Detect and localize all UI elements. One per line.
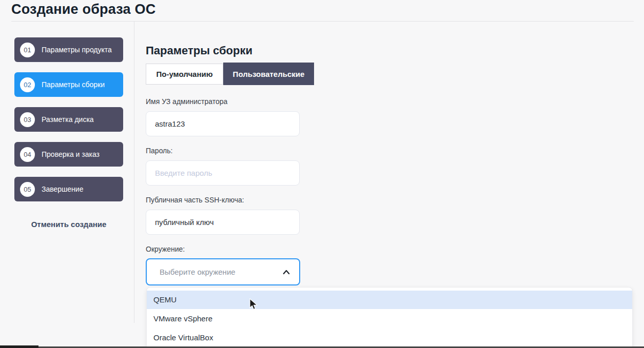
step-number-badge: 05 [20, 182, 35, 197]
tab-custom[interactable]: Пользовательские [223, 63, 314, 85]
sidebar-step-finish[interactable]: 05 Завершение [14, 177, 123, 201]
step-number-badge: 02 [20, 77, 35, 92]
option-qemu[interactable]: QEMU [147, 291, 632, 309]
step-label: Завершение [42, 185, 83, 193]
sidebar-step-product-params[interactable]: 01 Параметры продукта [14, 37, 123, 62]
admin-name-input[interactable] [146, 111, 300, 136]
chevron-up-icon[interactable] [282, 268, 291, 277]
sidebar-step-disk-layout[interactable]: 03 Разметка диска [14, 107, 123, 132]
section-title: Параметры сборки [146, 44, 314, 57]
environment-field-group: Окружение: Выберите окружение [146, 245, 314, 285]
sidebar-step-review-order[interactable]: 04 Проверка и заказ [14, 142, 123, 167]
environment-select-placeholder: Выберите окружение [160, 268, 236, 276]
step-label: Разметка диска [42, 115, 94, 124]
wizard-sidebar: 01 Параметры продукта 02 Параметры сборк… [0, 22, 134, 323]
step-label: Проверка и заказ [42, 150, 100, 158]
cancel-creation-link[interactable]: Отменить создание [14, 220, 123, 229]
password-field-group: Пароль: [146, 147, 314, 186]
password-input[interactable] [146, 160, 300, 186]
page-header: Создание образа ОС [0, 0, 644, 22]
environment-dropdown: QEMU VMware vSphere Oracle VirtualBox [146, 287, 633, 348]
step-number-badge: 03 [20, 112, 35, 127]
page-title: Создание образа ОС [11, 0, 634, 18]
main-content: Параметры сборки По-умолчанию Пользовате… [134, 22, 314, 285]
step-number-badge: 01 [20, 43, 35, 57]
option-oracle-virtualbox[interactable]: Oracle VirtualBox [147, 328, 632, 347]
step-label: Параметры сборки [42, 80, 105, 89]
environment-label: Окружение: [146, 245, 314, 253]
content-row: 01 Параметры продукта 02 Параметры сборк… [0, 22, 644, 323]
ssh-key-field-group: Публичная часть SSH-ключа: [146, 196, 314, 235]
option-vmware-vsphere[interactable]: VMware vSphere [147, 309, 632, 328]
password-label: Пароль: [146, 147, 314, 155]
ssh-key-input[interactable] [146, 210, 300, 235]
os-image-wizard-page: Создание образа ОС 01 Параметры продукта… [0, 0, 644, 348]
sidebar-step-build-params[interactable]: 02 Параметры сборки [14, 72, 123, 97]
step-label: Параметры продукта [42, 46, 112, 54]
admin-name-label: Имя УЗ администратора [146, 97, 314, 106]
build-params-tabs: По-умолчанию Пользовательские [146, 64, 314, 87]
environment-select[interactable]: Выберите окружение [146, 258, 300, 285]
tab-default[interactable]: По-умолчанию [146, 64, 223, 85]
scrollbar-thumb[interactable] [0, 345, 38, 348]
ssh-key-label: Публичная часть SSH-ключа: [146, 196, 314, 204]
admin-name-field-group: Имя УЗ администратора [146, 97, 314, 136]
step-number-badge: 04 [20, 147, 35, 162]
